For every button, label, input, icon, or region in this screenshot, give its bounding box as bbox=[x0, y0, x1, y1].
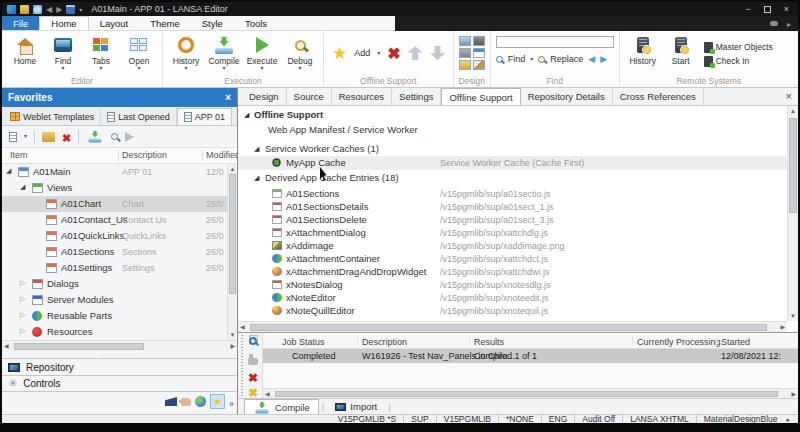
tree-row[interactable]: Views bbox=[2, 180, 227, 196]
tab-app-01[interactable]: APP 01 bbox=[177, 108, 232, 125]
remote-history-button[interactable]: History bbox=[625, 33, 661, 66]
folder-icon[interactable] bbox=[20, 5, 29, 14]
find-combobox[interactable] bbox=[496, 36, 614, 48]
cache-entry-row[interactable]: xAddimage /v15pgmlib/sup/xaddimage.png bbox=[238, 239, 787, 253]
tree-vertical-scrollbar[interactable]: ▲ ▼ bbox=[227, 164, 237, 340]
cache-entry-row[interactable]: A01SectionsDelete /v15pgmlib/sup/a01sect… bbox=[238, 213, 787, 227]
move-up-icon[interactable] bbox=[408, 46, 423, 60]
add-dropdown-icon[interactable]: ▾ bbox=[377, 51, 380, 56]
compile-button[interactable]: Compile▾ bbox=[206, 33, 242, 71]
cache-entry-row[interactable]: A01Sections /v15pgmlib/sup/a01sectio.js bbox=[238, 187, 787, 201]
cache-entry-row[interactable]: xNoteEditor /v15pgmlib/sup/xnoteedit.js bbox=[238, 291, 787, 305]
job-approve-icon[interactable] bbox=[248, 358, 258, 365]
cache-entry-row[interactable]: xNoteQuillEditor /v15pgmlib/sup/xnotequi… bbox=[238, 304, 787, 318]
column-currently-processing[interactable]: Currently Processing bbox=[637, 337, 721, 347]
designer-view-icon[interactable] bbox=[165, 397, 177, 406]
tree-row[interactable]: Dialogs bbox=[2, 276, 227, 292]
tab-weblet-templates[interactable]: Weblet Templates bbox=[4, 108, 101, 125]
tab-resources[interactable]: Resources bbox=[332, 88, 392, 105]
list-view-dropdown-icon[interactable]: ▾ bbox=[24, 134, 27, 139]
design-tool-icon-3[interactable] bbox=[459, 48, 471, 58]
history-button[interactable]: History▾ bbox=[168, 33, 204, 71]
expander-icon[interactable] bbox=[244, 111, 249, 119]
tree-row-selected[interactable]: A01Chart Chart 26/0 bbox=[2, 196, 227, 212]
search-small-icon[interactable] bbox=[111, 133, 118, 140]
save-icon[interactable] bbox=[66, 5, 75, 14]
tab-settings[interactable]: Settings bbox=[392, 88, 441, 105]
jobs-panel-grip[interactable] bbox=[241, 335, 243, 396]
tab-import[interactable]: Import bbox=[327, 399, 385, 414]
sw-caches-group-row[interactable]: Service Worker Caches (1) bbox=[238, 142, 787, 156]
globe-icon[interactable] bbox=[195, 396, 206, 407]
cloud-icon[interactable] bbox=[770, 21, 778, 26]
column-description[interactable]: Description bbox=[362, 337, 407, 347]
expander-icon[interactable] bbox=[254, 145, 259, 153]
maximize-button[interactable] bbox=[764, 6, 771, 13]
start-button[interactable]: Start bbox=[663, 33, 699, 66]
delete-icon[interactable] bbox=[62, 128, 71, 146]
panel-splitter[interactable]: ········· bbox=[2, 351, 237, 358]
tab-layout[interactable]: Layout bbox=[89, 16, 140, 30]
column-job-status[interactable]: Job Status bbox=[282, 337, 325, 347]
ribbon-expand-icon[interactable] bbox=[787, 18, 791, 29]
manifest-row[interactable]: Web App Manifest / Service Worker bbox=[238, 123, 787, 137]
expander-icon[interactable] bbox=[20, 295, 25, 303]
design-tool-icon-6[interactable] bbox=[473, 60, 485, 70]
more-panels-icon[interactable] bbox=[229, 393, 234, 411]
execute-button[interactable]: Execute▾ bbox=[244, 33, 280, 71]
tab-repository-details[interactable]: Repository Details bbox=[521, 88, 613, 105]
find-button[interactable]: Find▾ bbox=[45, 33, 81, 71]
offline-support-root-row[interactable]: Offline Support bbox=[238, 108, 787, 122]
expander-icon[interactable] bbox=[20, 311, 25, 319]
design-tool-icon-2[interactable] bbox=[473, 36, 485, 46]
cache-entry-row[interactable]: A01SectionsDetails /v15pgmlib/sup/a01sec… bbox=[238, 200, 787, 214]
tab-theme[interactable]: Theme bbox=[139, 16, 191, 30]
back-icon[interactable]: ◀ bbox=[46, 5, 52, 14]
cache-entry-row[interactable]: xAttachmentContainer /v15pgmlib/sup/xatt… bbox=[238, 252, 787, 266]
expander-icon[interactable] bbox=[20, 327, 25, 335]
tree-row[interactable]: A01QuickLinks QuickLinks 26/0 bbox=[2, 228, 227, 244]
tab-design[interactable]: Design bbox=[242, 88, 287, 105]
expander-icon[interactable] bbox=[20, 183, 25, 191]
cache-entry-row[interactable]: xAttachmentDragAndDropWidget /v15pgmlib/… bbox=[238, 265, 787, 279]
tab-home[interactable]: Home bbox=[39, 16, 88, 30]
controls-panel-header[interactable]: Controls bbox=[2, 375, 237, 392]
find-next-icon[interactable]: ▶ bbox=[600, 54, 607, 64]
design-tool-icon-5[interactable] bbox=[459, 60, 471, 70]
tree-row[interactable]: A01Contact_Us Contact Us 26/0 bbox=[2, 212, 227, 228]
minimize-button[interactable]: − bbox=[745, 4, 750, 14]
status-more-icon[interactable] bbox=[784, 415, 790, 423]
home-button[interactable]: Home bbox=[7, 33, 43, 66]
find-dropdown-icon[interactable]: ▾ bbox=[530, 57, 533, 62]
tab-tools[interactable]: Tools bbox=[234, 16, 278, 30]
move-down-icon[interactable] bbox=[430, 46, 445, 60]
open-button[interactable]: Open▾ bbox=[121, 33, 157, 71]
favorites-star-icon[interactable] bbox=[210, 394, 225, 409]
tree-row[interactable]: Resources bbox=[2, 324, 227, 340]
tab-style[interactable]: Style bbox=[191, 16, 234, 30]
document-close-icon[interactable]: × bbox=[786, 90, 792, 102]
tree-row[interactable]: A01Main APP 01 12/0 bbox=[2, 164, 227, 180]
import-icon[interactable] bbox=[33, 5, 42, 14]
design-tool-icon-4[interactable] bbox=[473, 48, 485, 58]
find-text-button[interactable]: Find bbox=[508, 54, 526, 64]
tab-last-opened[interactable]: Last Opened bbox=[101, 108, 177, 125]
check-in-button[interactable]: Check In bbox=[704, 56, 773, 67]
design-tool-icon-1[interactable] bbox=[459, 36, 471, 46]
compile-small-icon[interactable] bbox=[89, 130, 102, 142]
cache-entry-row[interactable]: xAttachmentDialog /v15pgmlib/sup/xattchd… bbox=[238, 226, 787, 240]
column-item[interactable]: Item bbox=[10, 150, 28, 160]
tree-row[interactable]: Server Modules bbox=[2, 292, 227, 308]
add-button[interactable]: Add bbox=[354, 48, 370, 58]
tree-horizontal-scrollbar[interactable]: ◀ ▶ bbox=[2, 340, 237, 351]
cache-entry-row[interactable]: xNotesDialog /v15pgmlib/sup/xnotesdlg.js bbox=[238, 278, 787, 292]
open-folder-icon[interactable] bbox=[42, 132, 55, 142]
repository-panel-header[interactable]: Repository bbox=[2, 358, 237, 375]
tree-row[interactable]: A01Sections Sections 26/0 bbox=[2, 244, 227, 260]
master-objects-button[interactable]: Master Objects bbox=[704, 42, 773, 53]
column-description[interactable]: Description bbox=[122, 150, 167, 160]
expander-icon[interactable] bbox=[20, 279, 25, 287]
favorites-close-icon[interactable]: × bbox=[225, 92, 231, 103]
delete-x-icon[interactable] bbox=[387, 44, 400, 63]
save-dropdown-icon[interactable]: ▾ bbox=[79, 6, 82, 13]
